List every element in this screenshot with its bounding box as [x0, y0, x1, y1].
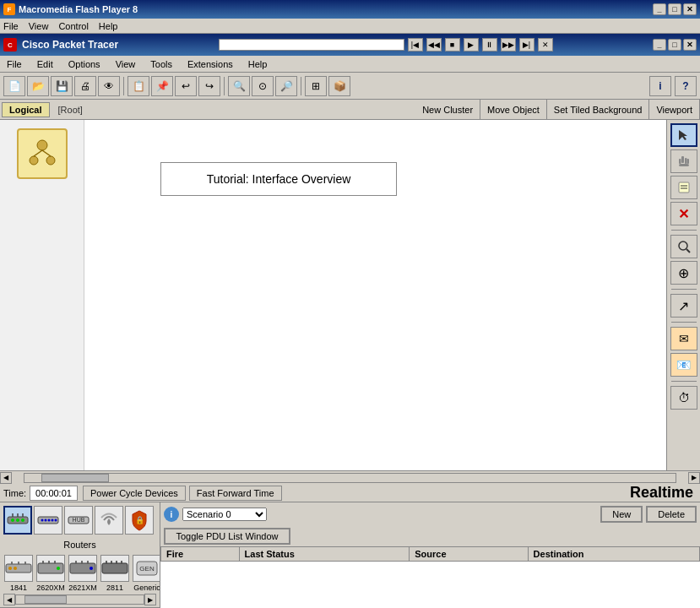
svg-point-42 — [57, 567, 60, 570]
media-forward-button[interactable]: ▶▶ — [501, 38, 516, 52]
undo-button[interactable]: ↩ — [175, 76, 197, 96]
cisco-minimize-button[interactable]: _ — [653, 39, 666, 51]
new-cluster-button[interactable]: New Cluster — [415, 100, 480, 120]
svg-point-47 — [90, 567, 93, 570]
destination-col-header[interactable]: Destination — [528, 547, 699, 562]
category-hubs-icon[interactable]: HUB — [64, 506, 93, 535]
zoom-fit-button[interactable]: ⊙ — [252, 76, 274, 96]
scenario-select[interactable]: Scenario 0 — [182, 508, 267, 521]
media-rewind-button[interactable]: ◀◀ — [426, 38, 442, 52]
menu-file[interactable]: File — [3, 57, 25, 71]
zoom-in-button[interactable]: 🔍 — [228, 76, 250, 96]
set-tiled-background-button[interactable]: Set Tiled Background — [547, 100, 650, 120]
device-scrollbar[interactable]: ◀ ▶ — [3, 594, 156, 605]
zoom-out-button[interactable]: 🔎 — [275, 76, 297, 96]
move-tool-button[interactable]: ↗ — [670, 294, 697, 318]
canvas-area[interactable]: Tutorial: Interface Overview — [84, 120, 666, 470]
info-button[interactable]: i — [649, 76, 671, 96]
svg-point-0 — [37, 140, 47, 150]
device-scroll-track[interactable] — [15, 594, 144, 605]
workspace-toolbar: Logical [Root] New Cluster Move Object S… — [0, 100, 700, 120]
device-scroll-thumb[interactable] — [24, 595, 67, 604]
media-pause-button[interactable]: ⏸ — [482, 38, 497, 52]
help-button[interactable]: ? — [675, 76, 697, 96]
hand-tool-button[interactable] — [670, 149, 697, 173]
move-object-button[interactable]: Move Object — [480, 100, 547, 120]
redo-button[interactable]: ↪ — [198, 76, 220, 96]
svg-point-36 — [8, 567, 12, 570]
scroll-thumb[interactable] — [41, 474, 109, 482]
media-stop-button[interactable]: ■ — [445, 38, 460, 52]
pdu-button[interactable]: 📦 — [328, 76, 350, 96]
note-tool-button[interactable] — [670, 176, 697, 199]
menu-view[interactable]: View — [112, 57, 139, 71]
horizontal-scrollbar[interactable]: ◀ ▶ — [0, 470, 700, 484]
viewport-button[interactable]: Viewport — [649, 100, 700, 120]
timer-button[interactable]: ⏱ — [670, 386, 697, 410]
print-button[interactable]: 🖨 — [74, 76, 96, 96]
copy-button[interactable]: 📋 — [128, 76, 149, 96]
cluster-icon[interactable] — [17, 128, 68, 179]
source-col-header[interactable]: Source — [410, 547, 528, 562]
category-wireless-icon[interactable] — [95, 506, 123, 535]
device-scroll-right[interactable]: ▶ — [144, 594, 156, 605]
select-tool-button[interactable] — [670, 123, 697, 147]
menu-help[interactable]: Help — [245, 57, 271, 71]
device-add-button[interactable]: ⊞ — [305, 76, 327, 96]
category-switches-icon[interactable] — [34, 506, 62, 535]
media-next-button[interactable]: ▶| — [519, 38, 534, 52]
device-2620xm[interactable]: 2620XM — [35, 555, 66, 592]
paste-button[interactable]: 📌 — [151, 76, 173, 96]
cisco-maximize-button[interactable]: □ — [668, 39, 681, 51]
resize-tool-button[interactable]: ⊕ — [670, 261, 697, 285]
category-routers-icon[interactable] — [3, 506, 32, 535]
fire-table: Fire Last Status Source Destination — [160, 546, 700, 608]
power-cycle-button[interactable]: Power Cycle Devices — [83, 486, 186, 501]
svg-point-37 — [14, 567, 17, 570]
flash-menu-control[interactable]: Control — [58, 21, 88, 31]
menu-options[interactable]: Options — [65, 57, 104, 71]
toggle-pdu-list-button[interactable]: Toggle PDU List Window — [164, 528, 290, 545]
inspect-tool-button[interactable] — [670, 235, 697, 258]
category-security-icon[interactable]: 🔒 — [125, 506, 154, 535]
device-2621xm[interactable]: 2621XM — [68, 555, 98, 592]
media-x-button[interactable]: ✕ — [538, 38, 553, 52]
device-1841-icon — [4, 555, 33, 582]
device-1841[interactable]: 1841 — [3, 555, 34, 592]
device-2811[interactable]: 2811 — [100, 555, 130, 592]
send-email-button[interactable]: ✉ — [670, 327, 697, 350]
open-file-button[interactable]: 📂 — [27, 76, 49, 96]
maximize-button[interactable]: □ — [668, 3, 681, 15]
recv-email-button[interactable]: 📧 — [670, 353, 697, 377]
menu-edit[interactable]: Edit — [34, 57, 57, 71]
menu-extensions[interactable]: Extensions — [184, 57, 236, 71]
scroll-left-button[interactable]: ◀ — [0, 472, 12, 484]
last-status-col-header[interactable]: Last Status — [239, 547, 410, 562]
save-file-button[interactable]: 💾 — [51, 76, 73, 96]
close-button[interactable]: ✕ — [683, 3, 697, 15]
delete-pdu-button[interactable]: Delete — [646, 506, 697, 523]
flash-menu-file[interactable]: File — [3, 21, 19, 31]
svg-rect-9 — [686, 159, 689, 164]
logical-view-button[interactable]: Logical — [2, 102, 50, 117]
new-file-button[interactable]: 📄 — [3, 76, 25, 96]
device-scroll-left[interactable]: ◀ — [3, 594, 15, 605]
cisco-close-button[interactable]: ✕ — [683, 39, 697, 51]
media-play-button[interactable]: ▶ — [464, 38, 479, 52]
delete-tool-button[interactable]: ✕ — [670, 202, 697, 225]
fast-forward-button[interactable]: Fast Forward Time — [189, 486, 282, 501]
scroll-track[interactable] — [24, 473, 676, 483]
new-pdu-button[interactable]: New — [600, 506, 643, 523]
preview-button[interactable]: 👁 — [98, 76, 120, 96]
minimize-button[interactable]: _ — [653, 3, 666, 15]
tutorial-text: Tutorial: Interface Overview — [207, 172, 351, 186]
flash-menu-help[interactable]: Help — [99, 21, 118, 31]
fire-col-header[interactable]: Fire — [161, 547, 240, 562]
realtime-label: Realtime — [630, 484, 700, 502]
flash-menu-view[interactable]: View — [29, 21, 49, 31]
flash-menu-bar: File View Control Help — [0, 19, 700, 34]
scroll-right-button[interactable]: ▶ — [688, 472, 700, 484]
media-prev-button[interactable]: |◀ — [408, 38, 423, 52]
menu-tools[interactable]: Tools — [147, 57, 176, 71]
device-generic[interactable]: GEN Generic — [132, 555, 160, 592]
